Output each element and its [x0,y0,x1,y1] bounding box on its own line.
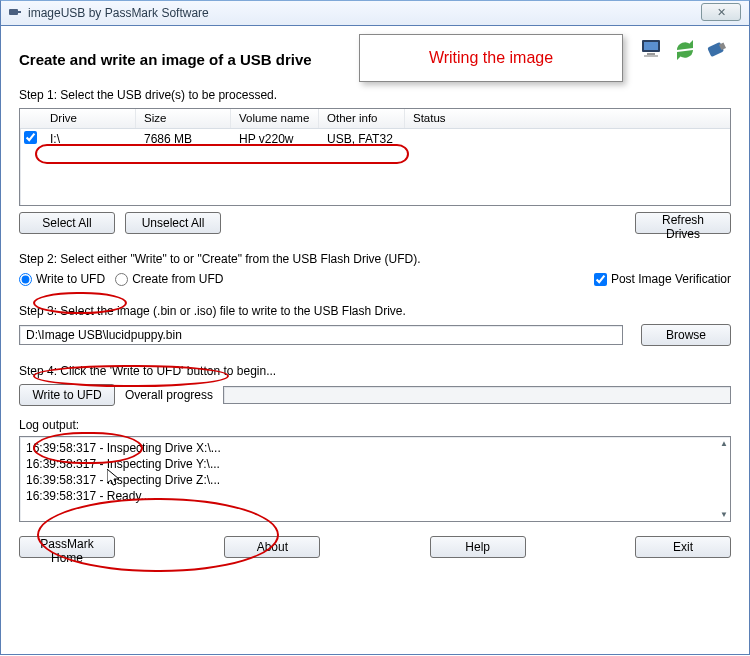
col-status[interactable]: Status [405,109,485,128]
window-title: imageUSB by PassMark Software [28,6,209,20]
page-heading: Create and write an image of a USB drive [19,51,312,68]
create-from-ufd-radio[interactable]: Create from UFD [115,272,223,286]
col-size[interactable]: Size [136,109,231,128]
cell-volume: HP v220w [231,131,319,147]
create-radio-label: Create from UFD [132,272,223,286]
log-output[interactable]: 16:39:58:317 - Inspecting Drive X:\... 1… [19,436,731,522]
annotation-callout: Writing the image [359,34,623,82]
svg-rect-5 [644,55,658,57]
scroll-down-icon[interactable]: ▼ [720,510,728,519]
log-line: 16:39:58:317 - Inspecting Drive Y:\... [26,456,724,472]
passmark-home-button[interactable]: PassMark Home [19,536,115,558]
step4-label: Step 4: Click the 'Write to UFD' button … [19,364,731,378]
help-button[interactable]: Help [430,536,526,558]
app-icon [7,5,23,21]
about-button[interactable]: About [224,536,320,558]
image-path-input[interactable] [19,325,623,345]
overall-progress-label: Overall progress [125,388,213,402]
unselect-all-button[interactable]: Unselect All [125,212,221,234]
cell-other: USB, FAT32 [319,131,405,147]
table-row[interactable]: I:\ 7686 MB HP v220w USB, FAT32 [20,129,730,149]
log-line: 16:39:58:317 - Inspecting Drive X:\... [26,440,724,456]
col-other[interactable]: Other info [319,109,405,128]
create-radio-input[interactable] [115,273,128,286]
close-button[interactable]: ✕ [701,3,741,21]
browse-button[interactable]: Browse [641,324,731,346]
usb-drive-icon [703,36,731,64]
computer-icon [639,36,667,64]
log-label: Log output: [19,418,731,432]
post-image-verification-checkbox[interactable]: Post Image Verificatior [594,272,731,286]
log-line: 16:39:58:317 - Ready... [26,488,724,504]
cell-size: 7686 MB [136,131,231,147]
log-line: 16:39:58:317 - Inspecting Drive Z:\... [26,472,724,488]
write-radio-input[interactable] [19,273,32,286]
table-header: Drive Size Volume name Other info Status [20,109,730,129]
scroll-up-icon[interactable]: ▲ [720,439,728,448]
cell-drive: I:\ [42,131,136,147]
drive-checkbox[interactable] [24,131,37,144]
progress-bar [223,386,731,404]
svg-rect-1 [18,11,21,13]
step1-label: Step 1: Select the USB drive(s) to be pr… [19,88,731,102]
header-icons [639,36,731,64]
cell-status [405,138,485,140]
refresh-arrows-icon [671,36,699,64]
verify-checkbox-input[interactable] [594,273,607,286]
step2-label: Step 2: Select either "Write" to or "Cre… [19,252,731,266]
svg-rect-0 [9,9,18,15]
verify-checkbox-label: Post Image Verificatior [611,272,731,286]
titlebar: imageUSB by PassMark Software ✕ [0,0,750,26]
select-all-button[interactable]: Select All [19,212,115,234]
drive-table: Drive Size Volume name Other info Status… [19,108,731,206]
refresh-drives-button[interactable]: Refresh Drives [635,212,731,234]
col-drive[interactable]: Drive [42,109,136,128]
svg-rect-3 [644,42,658,50]
write-to-ufd-radio[interactable]: Write to UFD [19,272,105,286]
exit-button[interactable]: Exit [635,536,731,558]
svg-rect-4 [647,53,655,55]
col-volume[interactable]: Volume name [231,109,319,128]
step3-label: Step 3: Select the image (.bin or .iso) … [19,304,731,318]
write-radio-label: Write to UFD [36,272,105,286]
write-to-ufd-button[interactable]: Write to UFD [19,384,115,406]
